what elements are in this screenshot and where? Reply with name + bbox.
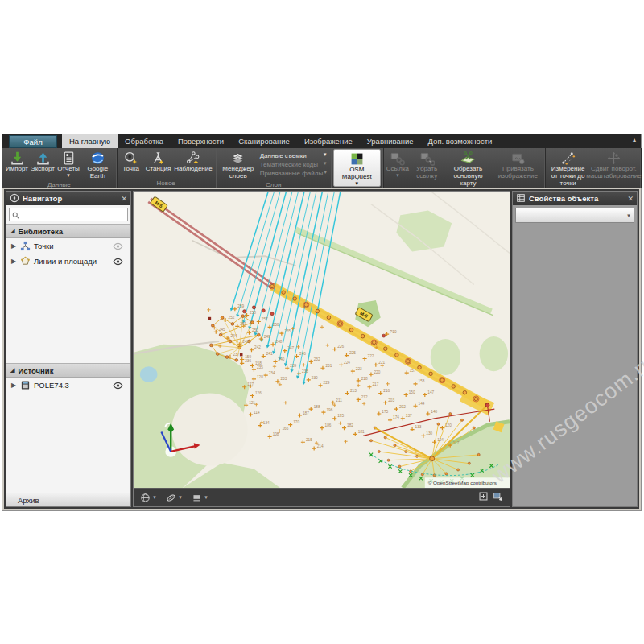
tree-item-label: Линии и площади bbox=[34, 257, 97, 266]
survey-point-label: 124 bbox=[437, 438, 444, 442]
tab-3[interactable]: Поверхности bbox=[171, 134, 231, 148]
tab-file[interactable]: Файл bbox=[9, 135, 57, 148]
ribbon-button-transform[interactable]: Сдвиг, поворот, масштабирование bbox=[589, 149, 638, 187]
properties-panel: Свойства объекта ✕ ▼ bbox=[512, 191, 638, 507]
ribbon-button-export[interactable]: Экспорт bbox=[30, 149, 56, 180]
survey-point-label: 211 bbox=[336, 398, 342, 402]
tree-item-label: POLE74.3 bbox=[34, 381, 69, 390]
ribbon-group-label: Новое bbox=[118, 179, 214, 188]
ribbon: ИмпортЭкспортОтчеты▼Google EarthДанныеТо… bbox=[2, 148, 641, 188]
ribbon-button-link[interactable]: Ссылка▼ bbox=[385, 149, 411, 187]
tree-item[interactable]: ▶Точки bbox=[6, 238, 130, 254]
dropdown-label: Привязанные файлы bbox=[260, 170, 323, 177]
properties-header: Свойства объекта ✕ bbox=[513, 192, 637, 205]
survey-point-label: 140 bbox=[431, 410, 437, 414]
navigator-close-icon[interactable]: ✕ bbox=[121, 195, 127, 203]
expand-arrow-icon[interactable]: ▶ bbox=[11, 382, 17, 389]
ribbon-button-map-tiles[interactable]: OSM MapQuest▼ bbox=[333, 149, 381, 187]
survey-point-label: 121 bbox=[249, 401, 255, 405]
survey-point-label: 248 bbox=[276, 341, 283, 345]
ribbon-button-measure[interactable]: Измерение от точки до точки bbox=[547, 149, 588, 187]
tab-2[interactable]: Обработка bbox=[118, 134, 171, 148]
search-input[interactable] bbox=[22, 210, 125, 220]
survey-point-label: 182 bbox=[347, 423, 353, 427]
section-label: Источник bbox=[18, 366, 53, 375]
ribbon-dropdown-1[interactable]: Данные съемки▼ bbox=[258, 152, 329, 159]
map-canvas[interactable]: 2592582572562552522512502492482472462452… bbox=[134, 192, 510, 488]
survey-point-label: 181 bbox=[358, 430, 365, 434]
unlink-icon bbox=[419, 150, 435, 166]
ribbon-button-layers-manager[interactable]: Менеджер слоев bbox=[218, 149, 258, 180]
survey-point-label: 133 bbox=[415, 425, 422, 429]
survey-point-label: 158 bbox=[255, 361, 262, 365]
ribbon-button-crop-map[interactable]: Обрезать основную карту bbox=[443, 149, 493, 187]
survey-point-label: 236 bbox=[245, 359, 251, 363]
survey-point-label: 186 bbox=[325, 423, 332, 427]
properties-close-icon[interactable]: ✕ bbox=[627, 195, 634, 203]
ribbon-collapse-icon[interactable]: ▴ bbox=[633, 136, 636, 143]
tree-item[interactable]: ▶Линии и площади bbox=[6, 254, 130, 269]
section-header-library[interactable]: ◢Библиотека bbox=[6, 224, 130, 238]
transform-icon bbox=[606, 150, 621, 166]
survey-point-label: 242 bbox=[254, 345, 261, 349]
survey-point-label: 222 bbox=[368, 354, 374, 358]
ribbon-button-label: Обрезать основную карту bbox=[444, 166, 491, 187]
ribbon-button-label: Измерение от точки до точки bbox=[548, 166, 587, 187]
points-item-icon bbox=[20, 241, 31, 251]
ribbon-dropdown-3[interactable]: Привязанные файлы▼ bbox=[258, 170, 329, 177]
ribbon-group-1: ИмпортЭкспортОтчеты▼Google EarthДанные bbox=[2, 148, 117, 188]
tab-1[interactable]: На главную bbox=[62, 134, 118, 148]
survey-point-label: 257 bbox=[262, 317, 268, 321]
crop-map-icon bbox=[460, 150, 476, 166]
section-label: Библиотека bbox=[18, 227, 63, 236]
survey-point-label: 166 bbox=[282, 427, 288, 431]
ribbon-button-point[interactable]: Точка bbox=[118, 149, 144, 179]
survey-point-label: 130 bbox=[426, 431, 432, 436]
map-filter-tool[interactable]: ▼ bbox=[140, 493, 157, 503]
tab-7[interactable]: Доп. возможности bbox=[421, 134, 500, 148]
map-layers-tool[interactable]: ▼ bbox=[192, 493, 208, 503]
tab-6[interactable]: Уравнивание bbox=[360, 134, 421, 148]
search-box[interactable] bbox=[9, 208, 128, 221]
ribbon-button-google-earth[interactable]: Google Earth bbox=[81, 149, 114, 180]
visibility-eye-icon[interactable] bbox=[113, 382, 123, 390]
survey-point-label: 218 bbox=[361, 377, 368, 381]
section-header-source[interactable]: ◢Источник bbox=[6, 363, 130, 378]
survey-point-label: 255 bbox=[284, 329, 291, 333]
tree-item[interactable]: ▶POLE74.3 bbox=[6, 378, 130, 393]
ribbon-button-observation[interactable]: Наблюдение bbox=[172, 149, 213, 179]
survey-point-label: 250 bbox=[252, 328, 258, 332]
svg-text:© OpenStreetMap contributors: © OpenStreetMap contributors bbox=[428, 480, 497, 486]
survey-point-label: 117 bbox=[453, 441, 460, 445]
survey-point-label: 241 bbox=[266, 352, 273, 356]
attach-image-icon bbox=[510, 150, 526, 166]
survey-point-label: 258 bbox=[250, 311, 256, 315]
expand-arrow-icon[interactable]: ▶ bbox=[11, 242, 17, 250]
tab-5[interactable]: Изображение bbox=[297, 134, 360, 148]
archive-bar[interactable]: Архив bbox=[6, 493, 130, 506]
survey-point-label: 203 bbox=[388, 398, 394, 402]
dropdown-arrow-icon: ▼ bbox=[395, 173, 400, 179]
zoom-extent-button[interactable] bbox=[478, 490, 489, 505]
ribbon-button-attach-image[interactable]: Привязать изображение bbox=[493, 149, 543, 187]
object-selector-combobox[interactable]: ▼ bbox=[515, 208, 634, 223]
ribbon-dropdown-2[interactable]: Тематические коды▼ bbox=[258, 161, 329, 168]
visibility-eye-icon[interactable] bbox=[113, 258, 123, 266]
tab-4[interactable]: Сканирование bbox=[231, 134, 297, 148]
snapshot-button[interactable] bbox=[493, 490, 503, 505]
survey-point-label: 114 bbox=[254, 411, 260, 415]
map-edit-tool[interactable]: ▼ bbox=[166, 493, 183, 503]
layers-small-icon bbox=[192, 493, 202, 503]
osm-attribution: © OpenStreetMap contributors bbox=[425, 477, 510, 488]
visibility-eye-icon[interactable] bbox=[113, 242, 123, 250]
expand-arrow-icon[interactable]: ▶ bbox=[11, 258, 17, 265]
stylus-icon bbox=[166, 493, 176, 503]
dropdown-arrow-icon: ▼ bbox=[152, 495, 157, 500]
ribbon-group-4: OSM MapQuest▼Основная карта bbox=[332, 148, 383, 188]
ribbon-button-unlink[interactable]: Убрать ссылку bbox=[411, 149, 444, 187]
ribbon-button-reports[interactable]: Отчеты▼ bbox=[56, 149, 81, 180]
ribbon-button-station[interactable]: Станция bbox=[144, 149, 173, 179]
tree-item-label: Точки bbox=[34, 242, 54, 250]
ribbon-button-import[interactable]: Импорт bbox=[4, 149, 30, 180]
pond bbox=[140, 366, 158, 382]
